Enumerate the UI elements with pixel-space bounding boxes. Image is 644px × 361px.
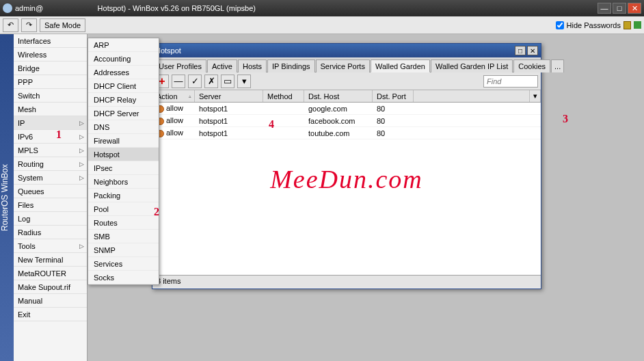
undo-icon: ↶: [8, 21, 14, 29]
menu-item-files[interactable]: Files: [14, 198, 87, 212]
hide-passwords-label: Hide Passwords: [567, 21, 621, 29]
cell-dsthost: toutube.com: [304, 129, 373, 137]
table-row[interactable]: allowhotspot1google.com80: [152, 103, 541, 115]
ip-submenu: ARPAccountingAddressesDHCP ClientDHCP Re…: [88, 38, 159, 285]
watermark: MeeDun.com: [152, 164, 541, 194]
tab-active[interactable]: Active: [207, 59, 237, 72]
caret-icon: ▷: [79, 161, 84, 168]
menu-item-ipv6[interactable]: IPv6▷: [14, 130, 87, 144]
cell-dsthost: google.com: [304, 105, 373, 113]
menu-item-routing[interactable]: Routing▷: [14, 157, 87, 171]
grid-body: allowhotspot1google.com80allowhotspot1fa…: [152, 103, 541, 275]
tab-walled-garden[interactable]: Walled Garden: [371, 59, 430, 72]
maximize-button[interactable]: □: [613, 3, 626, 14]
cell-dstport: 80: [373, 117, 414, 125]
undo-button[interactable]: ↶: [3, 18, 18, 32]
enable-button[interactable]: ✓: [188, 75, 202, 88]
caret-icon: ▷: [79, 147, 84, 154]
main-menu: InterfacesWirelessBridgePPPSwitchMeshIP▷…: [14, 34, 88, 361]
submenu-item-dhcp-server[interactable]: DHCP Server: [88, 107, 159, 120]
redo-button[interactable]: ↷: [21, 18, 37, 32]
tab-walled-garden-ip-list[interactable]: Walled Garden IP List: [431, 59, 513, 72]
submenu-item-pool[interactable]: Pool: [88, 202, 159, 216]
submenu-item-routes[interactable]: Routes: [88, 216, 159, 230]
cell-server: hotspot1: [195, 129, 263, 137]
main-toolbar: ↶ ↷ Safe Mode Hide Passwords: [0, 16, 644, 34]
submenu-item-services[interactable]: Services: [88, 257, 159, 271]
hotspot-maximize-button[interactable]: □: [515, 46, 526, 55]
col-method[interactable]: Method: [263, 90, 304, 102]
menu-item-manual[interactable]: Manual: [14, 294, 87, 308]
safe-mode-label: Safe Mode: [44, 21, 81, 29]
col-dsthost[interactable]: Dst. Host: [304, 90, 373, 102]
menu-item-switch[interactable]: Switch: [14, 89, 87, 103]
app-icon: [3, 3, 12, 13]
status-square-icon: [634, 21, 641, 29]
menu-item-ppp[interactable]: PPP: [14, 75, 87, 89]
tab-service-ports[interactable]: Service Ports: [316, 59, 370, 72]
tab-more[interactable]: ...: [551, 59, 564, 72]
menu-item-tools[interactable]: Tools▷: [14, 239, 87, 253]
submenu-item-ipsec[interactable]: IPsec: [88, 161, 159, 175]
window-buttons: — □ ✕: [598, 3, 641, 14]
safe-mode-button[interactable]: Safe Mode: [40, 18, 85, 32]
cell-dsthost: facebook.com: [304, 117, 373, 125]
menu-item-new-terminal[interactable]: New Terminal: [14, 253, 87, 267]
col-dropdown[interactable]: ▾: [530, 90, 541, 102]
submenu-item-addresses[interactable]: Addresses: [88, 66, 159, 79]
submenu-item-dhcp-relay[interactable]: DHCP Relay: [88, 93, 159, 107]
submenu-item-dns[interactable]: DNS: [88, 120, 159, 134]
side-label: RouterOS WinBox: [0, 34, 14, 361]
menu-item-radius[interactable]: Radius: [14, 226, 87, 239]
comment-button[interactable]: ▭: [221, 75, 234, 88]
find-input[interactable]: [483, 75, 538, 88]
tab-ip-bindings[interactable]: IP Bindings: [267, 59, 314, 72]
col-server[interactable]: Server: [195, 90, 263, 102]
menu-item-metarouter[interactable]: MetaROUTER: [14, 267, 87, 280]
submenu-item-snmp[interactable]: SNMP: [88, 243, 159, 257]
submenu-item-smb[interactable]: SMB: [88, 230, 159, 243]
menu-item-mesh[interactable]: Mesh: [14, 103, 87, 116]
submenu-item-packing[interactable]: Packing: [88, 189, 159, 202]
submenu-item-accounting[interactable]: Accounting: [88, 52, 159, 66]
cell-server: hotspot1: [195, 105, 263, 113]
menu-item-make-supout-rif[interactable]: Make Supout.rif: [14, 280, 87, 294]
col-dstport[interactable]: Dst. Port: [373, 90, 414, 102]
disable-button[interactable]: ✗: [204, 75, 218, 88]
hotspot-titlebar[interactable]: Hotspot □ ✕: [152, 44, 541, 57]
submenu-item-socks[interactable]: Socks: [88, 271, 159, 284]
menu-item-interfaces[interactable]: Interfaces: [14, 34, 87, 48]
menu-item-ip[interactable]: IP▷: [14, 116, 87, 130]
remove-button[interactable]: —: [172, 75, 185, 88]
menu-item-bridge[interactable]: Bridge: [14, 62, 87, 75]
table-row[interactable]: allowhotspot1facebook.com80: [152, 115, 541, 127]
lock-icon: [623, 21, 631, 29]
submenu-item-neighbors[interactable]: Neighbors: [88, 175, 159, 189]
caret-icon: ▷: [79, 243, 84, 250]
menu-item-wireless[interactable]: Wireless: [14, 48, 87, 62]
sort-icon: ▵: [189, 94, 191, 99]
submenu-item-dhcp-client[interactable]: DHCP Client: [88, 79, 159, 93]
tab-user-profiles[interactable]: User Profiles: [154, 59, 206, 72]
filter-button[interactable]: ▾: [237, 75, 251, 88]
tab-hosts[interactable]: Hosts: [238, 59, 267, 72]
caret-icon: ▷: [79, 120, 84, 126]
menu-item-system[interactable]: System▷: [14, 171, 87, 185]
hotspot-close-button[interactable]: ✕: [527, 46, 538, 55]
tab-cookies[interactable]: Cookies: [513, 59, 550, 72]
menu-item-queues[interactable]: Queues: [14, 185, 87, 198]
menu-item-mpls[interactable]: MPLS▷: [14, 144, 87, 157]
col-spacer: [414, 90, 530, 102]
minimize-button[interactable]: —: [598, 3, 611, 14]
submenu-item-firewall[interactable]: Firewall: [88, 134, 159, 148]
menu-item-log[interactable]: Log: [14, 212, 87, 226]
hide-passwords-input[interactable]: [556, 21, 564, 29]
table-row[interactable]: allowhotspot1toutube.com80: [152, 127, 541, 139]
submenu-item-hotspot[interactable]: Hotspot: [88, 148, 159, 161]
hide-passwords-checkbox[interactable]: Hide Passwords: [556, 21, 621, 29]
close-button[interactable]: ✕: [628, 3, 641, 14]
submenu-item-arp[interactable]: ARP: [88, 38, 159, 52]
caret-icon: ▷: [79, 174, 84, 181]
title-user: admin@: [15, 4, 43, 12]
menu-item-exit[interactable]: Exit: [14, 308, 87, 321]
